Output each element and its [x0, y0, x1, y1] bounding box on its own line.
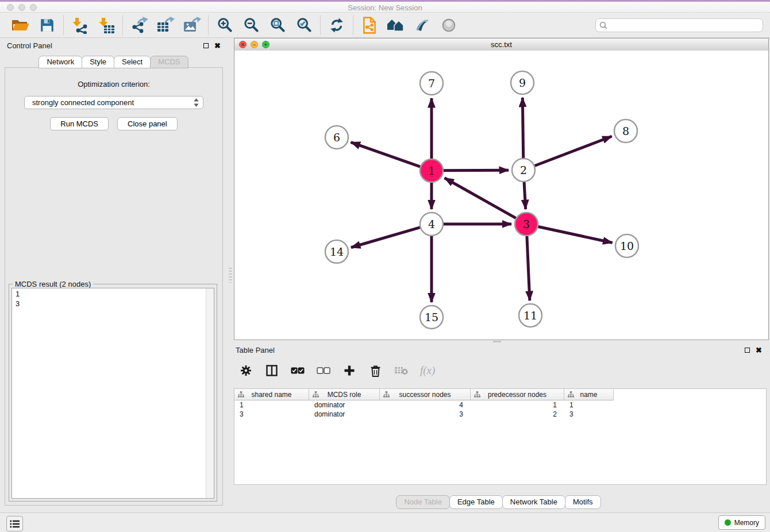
graph-edge-2-9[interactable]: [522, 98, 523, 158]
column-header-shared-name[interactable]: shared name: [234, 389, 309, 400]
graph-node-label-2: 2: [520, 164, 527, 176]
delete-column-button[interactable]: [368, 364, 382, 377]
tab-select[interactable]: Select: [114, 56, 151, 68]
float-table-panel-icon[interactable]: [745, 348, 750, 353]
unchecked-boxes-icon: [317, 367, 330, 374]
graph-edge-2-3[interactable]: [524, 182, 526, 209]
tab-motifs[interactable]: Motifs: [565, 495, 601, 509]
hide-panels-icon: [414, 18, 430, 33]
mcds-result-group: MCDS result (2 nodes) 13: [9, 284, 217, 502]
criterion-value: strongly connected component: [32, 98, 134, 107]
table-panel: Table Panel ✖: [228, 343, 770, 512]
refresh-icon: [329, 18, 344, 33]
network-from-file-button[interactable]: [359, 16, 380, 35]
graph-edge-3-1[interactable]: [445, 178, 516, 218]
close-network-window-icon[interactable]: ✕: [239, 41, 247, 48]
home-button[interactable]: [386, 16, 406, 35]
criterion-select[interactable]: strongly connected component: [24, 96, 203, 109]
network-window-titlebar[interactable]: ✕ − + scc.txt: [234, 38, 768, 51]
cell-predecessor-nodes[interactable]: 1: [471, 401, 564, 409]
cell-name[interactable]: 1: [564, 401, 614, 409]
control-panel-tabs: NetworkStyleSelectMCDS: [0, 56, 228, 68]
import-network-button[interactable]: [70, 16, 90, 35]
search-input[interactable]: [607, 20, 759, 30]
refresh-button[interactable]: [326, 16, 347, 35]
tab-network-table[interactable]: Network Table: [502, 495, 565, 509]
export-network-icon: [130, 17, 148, 34]
float-panel-icon[interactable]: [203, 43, 209, 48]
list-icon: [10, 520, 20, 528]
zoom-out-button[interactable]: [241, 16, 261, 35]
cell-MCDS-role[interactable]: dominator: [309, 410, 380, 418]
export-image-button[interactable]: [182, 16, 202, 35]
network-graph[interactable]: 7968124314101511: [234, 51, 766, 340]
search-box[interactable]: [595, 18, 763, 32]
cell-shared-name[interactable]: 3: [234, 410, 309, 418]
show-graphics-details-button[interactable]: [438, 16, 459, 35]
save-session-button[interactable]: [37, 16, 57, 35]
column-header-MCDS-role[interactable]: MCDS role: [309, 389, 380, 400]
minimize-network-window-icon[interactable]: −: [251, 41, 258, 48]
optimization-criterion-label: Optimization criterion:: [5, 80, 222, 88]
eye-icon: [441, 18, 456, 33]
cell-shared-name[interactable]: 1: [234, 401, 309, 409]
graph-node-label-14: 14: [330, 245, 344, 258]
table-row[interactable]: 1dominator411: [234, 400, 614, 410]
open-session-button[interactable]: [10, 16, 31, 35]
main-toolbar: [0, 13, 770, 38]
table-settings-button[interactable]: [239, 364, 253, 377]
graph-edge-1-6[interactable]: [351, 142, 421, 167]
function-builder-button[interactable]: f(x): [420, 364, 435, 377]
show-column-panel-button[interactable]: [265, 364, 279, 377]
tab-mcds[interactable]: MCDS: [150, 56, 188, 68]
import-table-button[interactable]: [96, 16, 117, 35]
mcds-result-text[interactable]: 13: [11, 288, 214, 499]
close-panel-button[interactable]: Close panel: [117, 117, 178, 130]
cell-predecessor-nodes[interactable]: 2: [471, 410, 564, 418]
graph-node-label-7: 7: [428, 77, 435, 90]
graph-edge-3-11[interactable]: [527, 236, 530, 300]
unselect-all-columns-button[interactable]: [317, 364, 330, 377]
export-network-button[interactable]: [129, 16, 149, 35]
zoom-in-button[interactable]: [214, 16, 235, 35]
graph-node-label-15: 15: [425, 311, 438, 323]
save-icon: [40, 18, 55, 33]
graph-node-label-1: 1: [428, 164, 435, 177]
tab-edge-table[interactable]: Edge Table: [449, 495, 503, 509]
graph-edge-1-2[interactable]: [444, 170, 509, 171]
horizontal-splitter-handle[interactable]: [493, 341, 501, 342]
create-column-button[interactable]: [342, 364, 356, 377]
column-header-predecessor-nodes[interactable]: predecessor nodes: [471, 389, 564, 400]
hide-panels-button[interactable]: [412, 16, 433, 35]
memory-button[interactable]: Memory: [718, 515, 765, 530]
tab-network[interactable]: Network: [38, 56, 82, 68]
graph-edge-2-8[interactable]: [535, 136, 612, 165]
maximize-network-window-icon[interactable]: +: [262, 41, 270, 48]
tab-style[interactable]: Style: [82, 56, 114, 68]
home-icon: [386, 18, 406, 33]
cell-successor-nodes[interactable]: 4: [380, 401, 471, 409]
graph-node-label-11: 11: [523, 309, 537, 322]
graph-edge-3-10[interactable]: [538, 226, 613, 242]
run-mcds-button[interactable]: Run MCDS: [50, 117, 109, 130]
table-row[interactable]: 3dominator323: [234, 410, 614, 419]
cell-MCDS-role[interactable]: dominator: [309, 401, 380, 409]
column-header-successor-nodes[interactable]: successor nodes: [380, 389, 471, 400]
zoom-fit-button[interactable]: [267, 16, 288, 35]
tab-node-table[interactable]: Node Table: [396, 495, 450, 509]
result-scrollbar[interactable]: [206, 288, 214, 498]
export-table-button[interactable]: [155, 16, 176, 35]
column-header-name[interactable]: name: [564, 389, 614, 400]
close-panel-icon[interactable]: ✖: [214, 42, 221, 49]
checked-boxes-icon: [291, 367, 305, 374]
cell-successor-nodes[interactable]: 3: [380, 410, 471, 418]
show-panels-list-button[interactable]: [6, 516, 23, 531]
cell-name[interactable]: 3: [564, 410, 614, 418]
graph-edge-4-14[interactable]: [351, 228, 420, 248]
zoom-selected-button[interactable]: [294, 16, 314, 35]
select-all-columns-button[interactable]: [291, 364, 305, 377]
control-panel: Control Panel ✖ NetworkStyleSelectMCDS O…: [0, 38, 228, 512]
close-table-panel-icon[interactable]: ✖: [756, 346, 762, 354]
network-canvas[interactable]: 7968124314101511: [234, 51, 768, 340]
delete-table-button[interactable]: [394, 364, 408, 377]
